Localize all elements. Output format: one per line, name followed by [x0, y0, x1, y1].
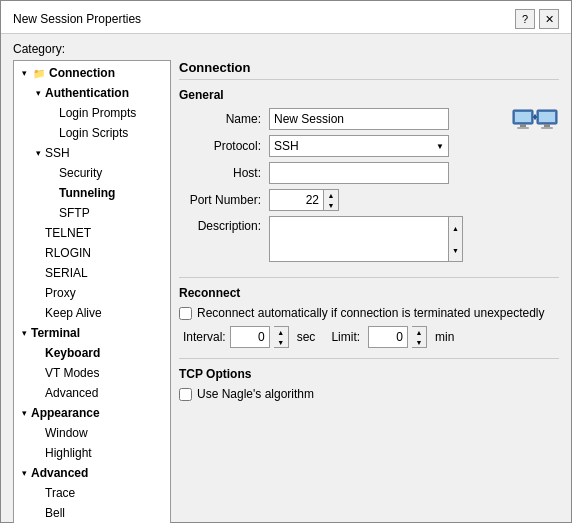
tree-item-serial[interactable]: SERIAL [14, 263, 170, 283]
limit-increment-button[interactable]: ▲ [412, 327, 426, 337]
tree-label-connection: Connection [49, 66, 115, 80]
nagle-checkbox-label: Use Nagle's algorithm [197, 387, 314, 401]
tcp-title: TCP Options [179, 367, 559, 381]
reconnect-section: Reconnect Reconnect automatically if con… [179, 277, 559, 348]
expand-icon-rlogin [32, 247, 44, 259]
tree-label-tunneling: Tunneling [59, 186, 115, 200]
expand-icon-advanced-terminal [32, 387, 44, 399]
tree-item-keyboard[interactable]: Keyboard [14, 343, 170, 363]
expand-icon-sftp [46, 207, 58, 219]
expand-icon-vt-modes [32, 367, 44, 379]
expand-icon-appearance: ▾ [18, 407, 30, 419]
folder-icon-connection: 📁 [31, 66, 47, 80]
protocol-row: Protocol: SSH ▼ [179, 135, 463, 157]
name-input[interactable] [269, 108, 449, 130]
help-button[interactable]: ? [515, 9, 535, 29]
expand-icon-ssh: ▾ [32, 147, 44, 159]
port-increment-button[interactable]: ▲ [324, 190, 338, 200]
protocol-label: Protocol: [179, 139, 269, 153]
interval-decrement-button[interactable]: ▼ [274, 337, 288, 347]
tree-item-connection[interactable]: ▾ 📁 Connection [14, 63, 170, 83]
protocol-select[interactable]: SSH ▼ [269, 135, 449, 157]
dialog: New Session Properties ? ✕ Category: ▾ 📁… [0, 0, 572, 523]
tree-item-window[interactable]: Window [14, 423, 170, 443]
sec-label: sec [297, 330, 316, 344]
form-area: General Name: Protocol: SSH [179, 88, 559, 407]
interval-label: Interval: [183, 330, 226, 344]
tree-item-keep-alive[interactable]: Keep Alive [14, 303, 170, 323]
svg-rect-7 [541, 127, 553, 129]
tree-label-proxy: Proxy [45, 286, 76, 300]
interval-increment-button[interactable]: ▲ [274, 327, 288, 337]
tree-label-terminal: Terminal [31, 326, 80, 340]
tree-item-appearance[interactable]: ▾ Appearance [14, 403, 170, 423]
tree-item-ssh[interactable]: ▾ SSH [14, 143, 170, 163]
tree-item-authentication[interactable]: ▾ Authentication [14, 83, 170, 103]
tree-item-bell[interactable]: Bell [14, 503, 170, 523]
interval-input[interactable] [230, 326, 270, 348]
expand-icon-login-prompts [46, 107, 58, 119]
dialog-body: Category: ▾ 📁 Connection ▾ Authenticatio… [1, 34, 571, 523]
limit-input[interactable] [368, 326, 408, 348]
tree-label-appearance: Appearance [31, 406, 100, 420]
tree-label-keep-alive: Keep Alive [45, 306, 102, 320]
tree-label-advanced-terminal: Advanced [45, 386, 98, 400]
desc-scroll-up-icon[interactable]: ▲ [449, 217, 462, 239]
dialog-title: New Session Properties [13, 12, 141, 26]
tree-item-telnet[interactable]: TELNET [14, 223, 170, 243]
interval-row: Interval: ▲ ▼ sec Limit: ▲ ▼ [179, 326, 559, 348]
tree-item-rlogin[interactable]: RLOGIN [14, 243, 170, 263]
expand-icon-connection: ▾ [18, 67, 30, 79]
expand-icon-serial [32, 267, 44, 279]
host-input[interactable] [269, 162, 449, 184]
tree-label-trace: Trace [45, 486, 75, 500]
expand-icon-keep-alive [32, 307, 44, 319]
nagle-checkbox[interactable] [179, 388, 192, 401]
tree-item-advanced[interactable]: ▾ Advanced [14, 463, 170, 483]
description-input[interactable] [269, 216, 449, 262]
tree-item-vt-modes[interactable]: VT Modes [14, 363, 170, 383]
reconnect-checkbox[interactable] [179, 307, 192, 320]
description-scrollbar: ▲ ▼ [449, 216, 463, 262]
reconnect-checkbox-row: Reconnect automatically if connection is… [179, 306, 559, 320]
tree-item-login-scripts[interactable]: Login Scripts [14, 123, 170, 143]
right-panel: Connection General Name: Pro [179, 60, 559, 523]
limit-decrement-button[interactable]: ▼ [412, 337, 426, 347]
tree-item-trace[interactable]: Trace [14, 483, 170, 503]
port-input[interactable] [269, 189, 324, 211]
tree-label-keyboard: Keyboard [45, 346, 100, 360]
svg-rect-3 [517, 127, 529, 129]
tree-label-login-prompts: Login Prompts [59, 106, 136, 120]
general-title: General [179, 88, 463, 102]
tree-label-security: Security [59, 166, 102, 180]
tree-item-security[interactable]: Security [14, 163, 170, 183]
description-label: Description: [179, 216, 269, 233]
tree-item-advanced-terminal[interactable]: Advanced [14, 383, 170, 403]
expand-icon-window [32, 427, 44, 439]
tree-item-proxy[interactable]: Proxy [14, 283, 170, 303]
min-label: min [435, 330, 454, 344]
tree-item-login-prompts[interactable]: Login Prompts [14, 103, 170, 123]
expand-icon-advanced: ▾ [18, 467, 30, 479]
network-computers-svg [511, 104, 559, 152]
desc-scroll-down-icon[interactable]: ▼ [449, 239, 462, 261]
tree-item-sftp[interactable]: SFTP [14, 203, 170, 223]
svg-rect-6 [544, 124, 550, 127]
tree-label-telnet: TELNET [45, 226, 91, 240]
host-row: Host: [179, 162, 463, 184]
tree-item-tunneling[interactable]: Tunneling [14, 183, 170, 203]
tree-label-advanced: Advanced [31, 466, 88, 480]
close-button[interactable]: ✕ [539, 9, 559, 29]
tree-item-highlight[interactable]: Highlight [14, 443, 170, 463]
port-decrement-button[interactable]: ▼ [324, 200, 338, 210]
expand-icon-keyboard [32, 347, 44, 359]
limit-spinner: ▲ ▼ [412, 326, 427, 348]
tree-item-terminal[interactable]: ▾ Terminal [14, 323, 170, 343]
reconnect-title: Reconnect [179, 286, 559, 300]
name-label: Name: [179, 112, 269, 126]
expand-icon-bell [32, 507, 44, 519]
tree-label-bell: Bell [45, 506, 65, 520]
port-row: Port Number: ▲ ▼ [179, 189, 463, 211]
section-title: Connection [179, 60, 559, 80]
expand-icon-telnet [32, 227, 44, 239]
